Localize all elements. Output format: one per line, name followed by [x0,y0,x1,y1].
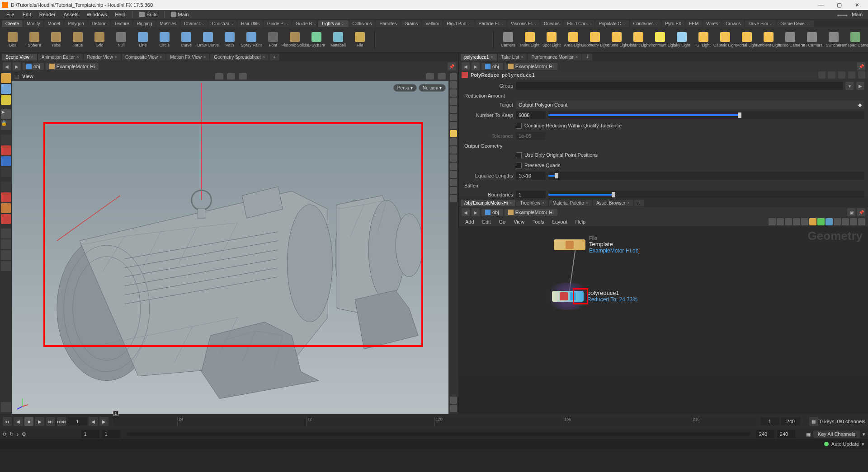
range-start-bracket[interactable]: 1 [113,411,118,416]
snapshot-icon[interactable] [842,218,849,225]
close-icon[interactable]: × [76,55,79,59]
wire-icon[interactable] [450,89,457,97]
shelf-tab[interactable]: Guide P… [264,20,292,27]
pane-tab[interactable]: Take List× [498,54,527,61]
flag3-icon[interactable] [826,218,833,225]
shelf-tab[interactable]: Guide B… [292,20,316,27]
shelf-tab[interactable]: Rigging [133,20,156,27]
back-button[interactable]: ◀ [462,62,470,70]
shelf-tool[interactable]: Spot Light [542,32,561,47]
next-key-button[interactable]: ▶ [99,417,108,426]
menu-help[interactable]: Help [111,11,129,18]
opts-icon[interactable] [858,218,865,225]
play-button[interactable]: ▶ [35,417,44,426]
close-icon[interactable]: × [542,201,544,205]
shelf-tab[interactable]: Game Devel… [777,20,814,27]
group-field[interactable] [516,82,843,90]
hq-icon[interactable] [450,138,457,145]
shelf-tool[interactable]: Ambient Light [759,32,778,47]
view-icon[interactable] [1,229,11,238]
shelf-tab[interactable]: Particles [376,20,400,27]
close-icon[interactable]: × [160,55,162,59]
shelf-tool[interactable]: Font [263,32,283,47]
cursor3-icon[interactable] [239,73,247,79]
first-frame-button[interactable]: ⏮ [3,417,12,426]
select-object-icon[interactable] [1,73,11,83]
chevron-icon[interactable]: ▾ [863,431,865,437]
stop-button[interactable]: ■ [24,417,33,426]
shelf-tab[interactable]: Container… [630,20,661,27]
snap-multi-icon[interactable] [1,214,11,224]
shelf-tab[interactable]: Model [44,20,63,27]
nw-edit[interactable]: Edit [479,218,495,225]
network-canvas[interactable]: Geometry File Template ExampleMotor-Hi.o… [459,226,868,376]
audio-icon[interactable]: ♪ [16,431,19,437]
node-file[interactable]: File Template ExampleMotor-Hi.obj [554,235,640,254]
nw-add[interactable]: Add [462,218,478,225]
flag2-icon[interactable] [817,218,825,225]
shelf-tab[interactable]: FEM [685,20,702,27]
close-icon[interactable]: × [521,55,523,59]
ghost-icon[interactable] [450,98,457,105]
shelf-tab[interactable]: Fluid Con… [563,20,594,27]
h-icon[interactable] [828,71,835,79]
pin-icon[interactable]: 📌 [857,62,865,70]
nocam-menu[interactable]: No cam ▾ [419,84,446,92]
prev-frame-button[interactable]: ◀ [14,417,23,426]
shelf-tool[interactable]: Area Light [563,32,583,47]
pane-tab[interactable]: Asset Browser× [593,200,633,206]
palette-icon[interactable] [834,218,841,225]
grid2-icon[interactable] [793,218,800,225]
arrow-icon[interactable]: ➤ [1,109,11,119]
bulb-icon[interactable] [450,130,457,137]
shelf-tab[interactable]: Vellum [422,20,443,27]
desktop-build[interactable]: Build [137,12,160,17]
back-button[interactable]: ◀ [3,62,11,70]
shelf-tab[interactable]: Viscous Fl… [507,20,540,27]
shelf-tool[interactable]: Gamepad Camera [845,32,865,47]
numkeep-slider[interactable] [548,111,864,119]
layout-icon[interactable] [801,218,808,225]
pane-tab[interactable]: Scene View× [2,54,37,61]
pane-tab[interactable]: Geometry Spreadsheet× [210,54,269,61]
continue-checkbox[interactable] [516,123,522,129]
timeline-ruler[interactable]: 1 2472120168216 [113,417,756,426]
snap-grid-icon[interactable] [1,182,11,192]
close-icon[interactable]: × [263,55,265,59]
grid-icon[interactable] [785,218,792,225]
desktop-main[interactable]: Main [168,12,192,17]
prev-key-button[interactable]: ◀ [89,417,98,426]
shelf-tool[interactable]: Curve [176,32,196,47]
menu-file[interactable]: File [3,11,18,18]
xray-icon[interactable] [450,114,457,121]
shelf-tool[interactable]: File [350,32,370,47]
viewport-canvas[interactable]: Persp ▾ No cam ▾ [12,81,448,414]
nw-view[interactable]: View [510,218,528,225]
fwd-button[interactable]: ▶ [13,62,21,70]
crumb-obj[interactable]: obj [481,209,503,216]
shelf-tab[interactable]: Constrai… [208,20,237,27]
shelf-tool[interactable]: Metaball [328,32,348,47]
pane-tab[interactable]: /obj/ExampleMotor-Hi× [461,200,515,206]
close-icon[interactable]: × [586,201,588,205]
realtime-icon[interactable]: ⟳ [3,431,7,437]
node-polyreduce[interactable]: polyreduce1 Reduced To: 24.73% [552,290,637,303]
pane-tab[interactable]: Performance Monitor× [528,54,581,61]
close-icon[interactable]: × [491,55,493,59]
boundaries-field[interactable]: 1 [516,191,546,198]
help-icon[interactable] [858,71,865,79]
points-icon[interactable] [450,163,457,170]
pane-tab[interactable]: Animation Editor× [38,54,83,61]
shelf-tab[interactable]: Modify [23,20,43,27]
shelf-tool[interactable]: Environment Light [650,32,670,47]
equalize-field[interactable]: 1e-10 [516,172,546,180]
lock-icon[interactable]: 🔒 [1,120,11,130]
rotate-icon[interactable] [1,145,11,155]
shelf-tab[interactable]: Deform [88,20,110,27]
shelf-tab[interactable]: Charact… [180,20,208,27]
close-icon[interactable]: × [509,201,512,205]
select-edge-icon[interactable] [1,95,11,105]
fwd-button[interactable]: ▶ [472,208,480,216]
shelf-tool[interactable]: Sky Light [672,32,692,47]
fwd-button[interactable]: ▶ [472,62,480,70]
